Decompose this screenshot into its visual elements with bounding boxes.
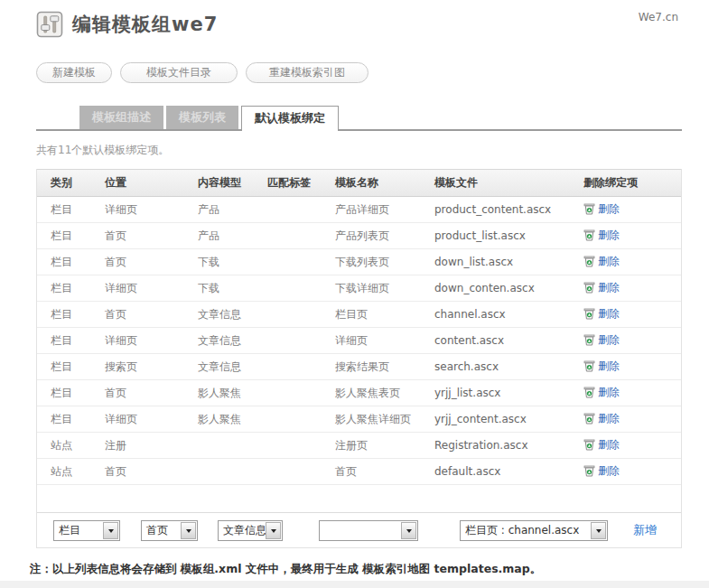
match-tag-select[interactable] (319, 520, 418, 541)
table-row: 栏目 首页 产品 产品列表页 product_list.ascx 删除 (37, 223, 681, 249)
template-select[interactable]: 栏目页 : channel.ascx (460, 520, 608, 541)
content-model-select-value: 文章信息 (219, 523, 266, 538)
delete-link[interactable]: 删除 (583, 385, 620, 400)
trash-icon (583, 255, 595, 267)
col-header-template-file: 模板文件 (421, 175, 570, 191)
cell-category: 站点 (37, 438, 91, 453)
table-row: 栏目 首页 影人聚焦 影人聚焦表页 yrjj_list.ascx 删除 (37, 380, 681, 406)
position-select[interactable]: 首页 (141, 520, 198, 541)
cell-delete: 删除 (570, 437, 681, 454)
table-row: 站点 首页 首页 default.ascx 删除 (37, 459, 681, 485)
cell-category: 栏目 (37, 229, 91, 244)
delete-link-label: 删除 (598, 437, 620, 453)
col-header-content-model: 内容模型 (184, 175, 254, 191)
cell-template-name: 注册页 (322, 438, 421, 453)
cell-delete: 删除 (570, 411, 681, 428)
delete-link-label: 删除 (598, 411, 620, 426)
delete-link[interactable]: 删除 (583, 332, 620, 348)
cell-delete: 删除 (570, 359, 681, 376)
content-model-select[interactable]: 文章信息 (218, 520, 283, 541)
cell-position: 首页 (91, 229, 184, 244)
edit-template-group-page: 编辑模板组we7 We7.cn 新建模板 模板文件目录 重建模板索引图 模板组描… (0, 0, 709, 577)
cell-content-model: 文章信息 (184, 333, 254, 349)
cell-template-file: Registration.ascx (421, 439, 570, 452)
delete-link-label: 删除 (598, 228, 620, 243)
table-row: 栏目 搜索页 文章信息 搜索结果页 search.ascx 删除 (37, 354, 681, 380)
chevron-down-icon (591, 522, 606, 539)
table-header-row: 类别 位置 内容模型 匹配标签 模板名称 模板文件 删除绑定项 (37, 169, 681, 197)
delete-link[interactable]: 删除 (583, 201, 620, 217)
delete-link-label: 删除 (598, 254, 620, 269)
rebuild-template-index-button[interactable]: 重建模板索引图 (246, 62, 368, 83)
trash-icon (583, 412, 595, 425)
trash-icon (583, 386, 595, 398)
cell-position: 详细页 (91, 333, 184, 349)
cell-template-file: product_list.ascx (421, 229, 570, 242)
chevron-down-icon (266, 522, 281, 539)
tab-template-group-description[interactable]: 模板组描述 (79, 106, 163, 129)
delete-link[interactable]: 删除 (583, 463, 620, 479)
binding-table: 类别 位置 内容模型 匹配标签 模板名称 模板文件 删除绑定项 栏目 详细页 产… (36, 169, 682, 548)
cell-delete: 删除 (570, 385, 681, 402)
delete-link-label: 删除 (598, 463, 620, 479)
cell-template-name: 产品列表页 (322, 229, 421, 244)
page-header: 编辑模板组we7 (36, 7, 682, 38)
category-select[interactable]: 栏目 (53, 520, 120, 541)
delete-link[interactable]: 删除 (583, 254, 620, 269)
tab-bar: 模板组描述 模板列表 默认模板绑定 (36, 106, 682, 131)
tab-template-list[interactable]: 模板列表 (166, 106, 238, 129)
table-row: 站点 注册 注册页 Registration.ascx 删除 (37, 433, 681, 459)
cell-position: 搜索页 (91, 359, 184, 375)
storage-footnote: 注：以上列表信息将会存储到 模板组.xml 文件中，最终用于生成 模板索引地图 … (30, 562, 682, 577)
cell-delete: 删除 (570, 201, 681, 219)
position-select-value: 首页 (142, 523, 168, 538)
trash-icon (583, 438, 595, 451)
delete-link-label: 删除 (598, 385, 620, 400)
cell-category: 栏目 (37, 386, 91, 401)
table-row: 栏目 详细页 下载 下载详细页 down_conten.ascx 删除 (37, 275, 681, 302)
cell-delete: 删除 (570, 228, 681, 245)
col-header-position: 位置 (91, 175, 184, 191)
table-body: 栏目 详细页 产品 产品详细页 product_content.ascx 删除 … (37, 197, 681, 485)
cell-template-name: 影人聚焦表页 (322, 386, 421, 401)
delete-link[interactable]: 删除 (583, 411, 620, 426)
delete-link[interactable]: 删除 (583, 306, 620, 322)
brand-label: We7.cn (639, 11, 678, 23)
cell-position: 详细页 (91, 281, 184, 296)
cell-content-model: 文章信息 (184, 359, 254, 375)
cell-template-file: yrjj_list.ascx (421, 387, 570, 399)
cell-content-model: 文章信息 (184, 307, 254, 322)
trash-icon (583, 202, 595, 215)
add-binding-link[interactable]: 新增 (633, 522, 657, 538)
trash-icon (583, 281, 595, 294)
cell-template-file: product_content.ascx (421, 203, 570, 216)
delete-link[interactable]: 删除 (583, 280, 620, 295)
cell-category: 栏目 (37, 255, 91, 270)
cell-position: 首页 (91, 464, 184, 480)
delete-link-label: 删除 (598, 332, 620, 348)
table-row: 栏目 详细页 产品 产品详细页 product_content.ascx 删除 (37, 197, 681, 223)
cell-position: 首页 (91, 386, 184, 401)
cell-content-model: 下载 (184, 281, 254, 296)
cell-template-name: 首页 (322, 464, 421, 480)
trash-icon (583, 464, 595, 477)
delete-link[interactable]: 删除 (583, 437, 620, 453)
new-template-button[interactable]: 新建模板 (36, 62, 112, 83)
sliders-icon (36, 11, 63, 38)
tab-default-template-binding[interactable]: 默认模板绑定 (241, 106, 339, 131)
cell-delete: 删除 (570, 280, 681, 297)
cell-position: 注册 (91, 438, 184, 453)
cell-position: 详细页 (91, 412, 184, 427)
cell-template-file: yrjj_content.ascx (421, 413, 570, 425)
cell-category: 栏目 (37, 307, 91, 322)
delete-link[interactable]: 删除 (583, 359, 620, 374)
empty-row (37, 485, 681, 512)
cell-template-name: 搜索结果页 (322, 359, 421, 375)
template-file-directory-button[interactable]: 模板文件目录 (120, 62, 238, 83)
delete-link[interactable]: 删除 (583, 228, 620, 243)
cell-template-file: down_conten.ascx (421, 282, 570, 294)
delete-link-label: 删除 (598, 280, 620, 295)
toolbar: 新建模板 模板文件目录 重建模板索引图 (36, 62, 682, 83)
cell-position: 首页 (91, 255, 184, 270)
cell-category: 栏目 (37, 359, 91, 375)
